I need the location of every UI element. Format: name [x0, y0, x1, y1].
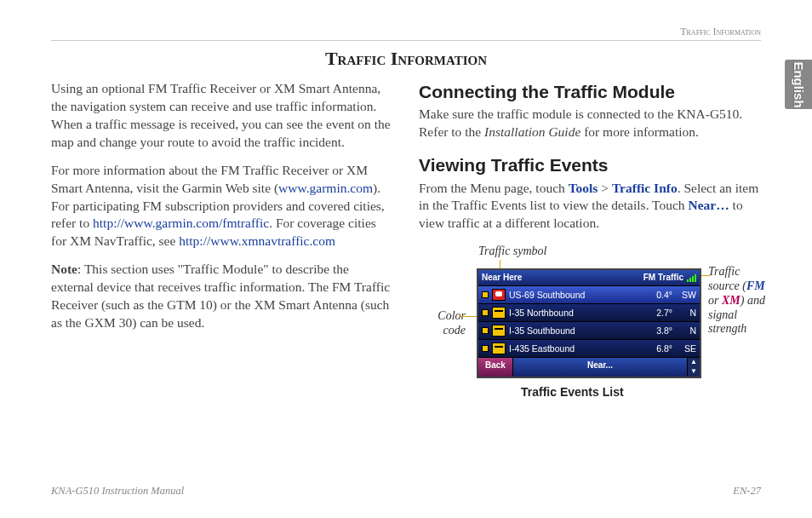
left-column: Using an optional FM Traffic Receiver or…	[51, 80, 393, 410]
color-code-icon	[482, 327, 489, 334]
direction: N	[676, 307, 696, 319]
language-tab: English	[785, 60, 812, 109]
title-fm-traffic: FM Traffic	[643, 272, 683, 284]
road-name: US-69 Southbound	[509, 289, 585, 301]
distance: 0.4°	[656, 289, 672, 301]
color-code-icon	[482, 309, 489, 316]
near-button[interactable]: Near...	[513, 358, 688, 377]
page-title: Traffic Information	[51, 48, 761, 70]
traffic-row[interactable]: US-69 Southbound 0.4° SW	[478, 285, 700, 303]
traffic-symbol-icon	[492, 289, 506, 301]
back-button[interactable]: Back	[478, 358, 513, 377]
heading-viewing: Viewing Traffic Events	[419, 153, 761, 177]
footer-manual-name: KNA-G510 Instruction Manual	[51, 485, 184, 498]
color-code-icon	[482, 345, 489, 352]
device-footer: Back Near... ▲ ▼	[478, 357, 700, 377]
scroll-up-icon: ▲	[690, 358, 697, 367]
garmin-link[interactable]: www.garmin.com	[278, 181, 373, 195]
fmtraffic-link[interactable]: http://www.garmin.com/fmtraffic	[93, 216, 269, 230]
more-info-paragraph: For more information about the FM Traffi…	[51, 162, 393, 251]
title-near-here: Near Here	[482, 272, 522, 284]
figure-wrap: Traffic symbol Color code Traffic source…	[419, 248, 761, 410]
traffic-symbol-icon	[492, 342, 506, 354]
fm-label: FM	[746, 279, 765, 292]
connecting-paragraph: Make sure the traffic module is connecte…	[419, 106, 761, 141]
signal-strength-icon	[687, 274, 696, 282]
color-code-icon	[482, 291, 489, 298]
callout-color-code: Color code	[419, 309, 466, 338]
tools-ref: Tools	[569, 181, 598, 195]
road-name: I-435 Eastbound	[509, 342, 575, 354]
figure-caption: Traffic Events List	[521, 384, 624, 400]
note-paragraph: Note: This section uses "Traffic Module"…	[51, 261, 393, 332]
traffic-info-ref: Traffic Info	[612, 181, 678, 195]
traffic-symbol-icon	[492, 307, 506, 319]
viewing-paragraph: From the Menu page, touch Tools > Traffi…	[419, 180, 761, 233]
traffic-row[interactable]: I-35 Southbound 3.8° N	[478, 321, 700, 339]
traffic-row[interactable]: I-35 Northbound 2.7° N	[478, 303, 700, 321]
device-screenshot: Near Here FM Traffic US-69 Southbound 0.…	[477, 268, 701, 378]
device-titlebar: Near Here FM Traffic	[478, 270, 700, 285]
direction: SW	[676, 289, 696, 301]
direction: N	[676, 325, 696, 337]
note-label: Note	[51, 262, 77, 276]
xm-label: XM	[722, 294, 741, 307]
section-header: Traffic Information	[51, 26, 761, 41]
scrollbar[interactable]: ▲ ▼	[688, 358, 700, 377]
right-column: Connecting the Traffic Module Make sure …	[419, 80, 761, 410]
road-name: I-35 Southbound	[509, 325, 575, 337]
road-name: I-35 Northbound	[509, 307, 574, 319]
near-ref: Near…	[689, 198, 729, 212]
callout-traffic-source: Traffic source (FM or XM) and signal str…	[708, 265, 768, 337]
distance: 3.8°	[656, 325, 672, 337]
traffic-row[interactable]: I-435 Eastbound 6.8° SE	[478, 339, 700, 357]
installation-guide-ref: Installation Guide	[484, 124, 580, 139]
traffic-symbol-icon	[492, 325, 506, 337]
direction: SE	[676, 342, 696, 354]
callout-traffic-symbol: Traffic symbol	[478, 245, 547, 259]
intro-paragraph: Using an optional FM Traffic Receiver or…	[51, 80, 393, 152]
footer-page-number: EN-27	[733, 485, 761, 498]
language-tab-label: English	[792, 61, 806, 107]
scroll-down-icon: ▼	[690, 367, 697, 377]
distance: 6.8°	[656, 342, 672, 354]
xmnavtraffic-link[interactable]: http://www.xmnavtraffic.com	[179, 233, 335, 248]
heading-connecting: Connecting the Traffic Module	[419, 80, 761, 104]
distance: 2.7°	[656, 307, 672, 319]
